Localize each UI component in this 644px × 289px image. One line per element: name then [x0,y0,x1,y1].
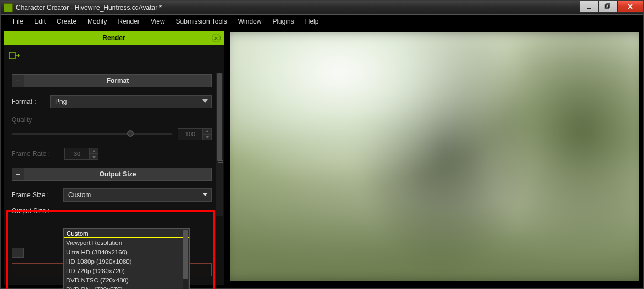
viewport[interactable] [229,31,640,282]
panel-resize-grip[interactable] [216,154,225,169]
section-output-size[interactable]: − Output Size [12,168,212,181]
section-output-size-label: Output Size [24,170,211,178]
scrollbar-thumb[interactable] [183,230,188,279]
panel-header[interactable]: Render × [4,31,224,45]
frame-size-value: Custom [68,191,91,199]
dropdown-scrollbar[interactable] [183,230,188,289]
viewport-background [230,32,639,281]
menu-modify[interactable]: Modify [83,16,111,26]
close-button[interactable] [617,1,643,13]
chevron-down-icon [202,193,208,196]
output-size-row: Output Size : [12,207,212,215]
frame-rate-spinner[interactable] [90,148,98,160]
frame-size-options-list[interactable]: Custom Viewport Resolution Ultra HD (384… [63,228,190,289]
maximize-button[interactable] [598,1,617,13]
app-window: Character Creator - Hivewire_Huntress.cc… [0,0,644,289]
menu-plugins[interactable]: Plugins [268,16,298,26]
slider-thumb[interactable] [127,130,134,137]
collapse-icon[interactable]: − [12,248,24,258]
section-format-label: Format [24,77,211,85]
panel-title: Render [102,34,125,42]
quality-value[interactable]: 100 [178,128,203,140]
menu-bar: File Edit Create Modify Render View Subm… [4,15,640,28]
menu-view[interactable]: View [146,16,169,26]
format-label: Format : [12,98,50,105]
menu-help[interactable]: Help [301,16,323,26]
scrollbar-thumb[interactable] [217,73,222,161]
option-dvd-ntsc[interactable]: DVD NTSC (720x480) [64,275,189,285]
output-size-label: Output Size : [12,207,63,215]
spin-down-icon[interactable] [203,134,212,140]
export-icon[interactable] [9,51,21,60]
menu-render[interactable]: Render [113,16,144,26]
section-format[interactable]: − Format [12,74,212,87]
collapse-icon[interactable]: − [12,75,24,87]
collapse-icon[interactable]: − [12,168,24,180]
panel-scrollbar[interactable] [216,73,223,216]
export-row [4,45,224,66]
option-ultra-hd[interactable]: Ultra HD (3840x2160) [64,247,189,257]
render-panel: Render × − Format Format : [4,31,224,285]
minimize-button[interactable] [580,1,598,13]
format-value: Png [55,98,67,105]
window-controls [580,1,643,13]
menu-submission-tools[interactable]: Submission Tools [172,16,232,26]
format-row: Format : Png [12,95,212,108]
quality-label-row: Quality [12,116,212,124]
menu-file[interactable]: File [8,16,27,26]
frame-rate-value[interactable]: 30 [64,148,90,160]
panel-close-icon[interactable]: × [212,34,221,42]
window-title: Character Creator - Hivewire_Huntress.cc… [16,4,162,12]
title-bar[interactable]: Character Creator - Hivewire_Huntress.cc… [1,1,643,15]
quality-label: Quality [12,116,32,124]
option-viewport-resolution[interactable]: Viewport Resolution [64,238,189,247]
frame-size-row: Frame Size : Custom [12,188,212,202]
frame-rate-row: Frame Rate : 30 [12,148,212,160]
quality-row: 100 [12,128,212,140]
menu-create[interactable]: Create [52,16,81,26]
quality-slider[interactable] [12,133,172,135]
spin-up-icon[interactable] [203,128,212,134]
option-hd-720p[interactable]: HD 720p (1280x720) [64,266,189,275]
menu-edit[interactable]: Edit [30,16,50,26]
quality-spinner[interactable] [203,128,212,140]
svg-rect-5 [9,52,15,59]
frame-size-label: Frame Size : [12,191,63,199]
option-custom[interactable]: Custom [64,229,189,238]
app-icon [4,3,13,12]
frame-size-dropdown[interactable]: Custom [63,188,212,202]
format-dropdown[interactable]: Png [50,95,212,108]
viewport-canvas[interactable] [230,32,639,281]
option-hd-1080p[interactable]: HD 1080p (1920x1080) [64,257,189,266]
work-area: Render × − Format Format : [4,28,640,285]
menu-window[interactable]: Window [234,16,266,26]
spin-down-icon[interactable] [90,154,98,160]
option-dvd-pal[interactable]: DVD PAL (720x576) [64,285,189,289]
spin-up-icon[interactable] [90,148,98,154]
chevron-down-icon [202,99,208,103]
frame-rate-label: Frame Rate : [12,150,64,158]
